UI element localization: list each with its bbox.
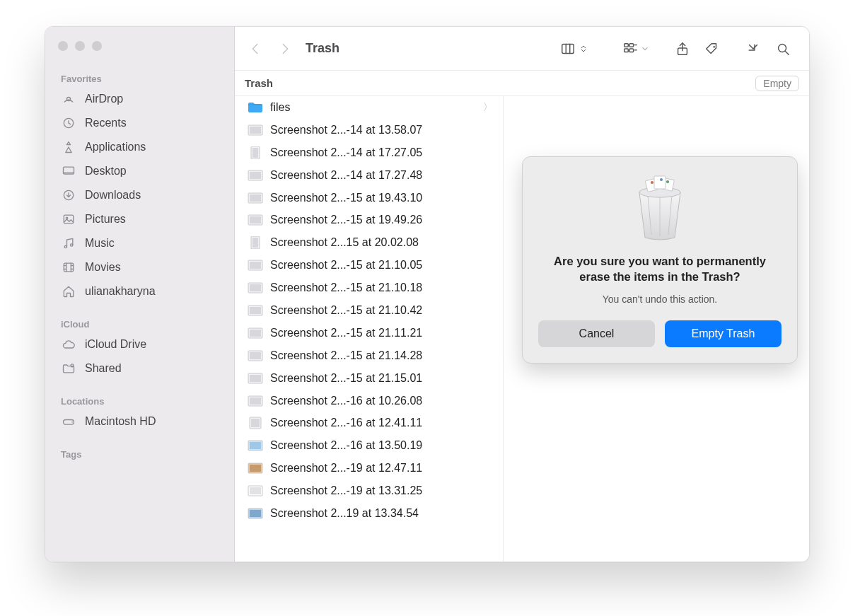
more-toolbar-button[interactable]: [738, 34, 768, 64]
sidebar-item-label: Music: [85, 237, 115, 250]
file-row[interactable]: Screenshot 2...-15 at 19.43.10: [235, 187, 503, 209]
sidebar-item-label: iCloud Drive: [85, 338, 146, 351]
airdrop-icon: [61, 91, 76, 107]
movie-icon: [61, 260, 76, 275]
file-row[interactable]: Screenshot 2...-19 at 12.47.11: [235, 457, 503, 480]
image-thumbnail-icon: [248, 507, 263, 520]
file-row[interactable]: Screenshot 2...-16 at 13.50.19: [235, 434, 503, 457]
file-name: Screenshot 2...-15 at 21.15.01: [270, 372, 494, 385]
sidebar-item-ulianakharyna[interactable]: ulianakharyna: [45, 279, 234, 303]
window-zoom-button[interactable]: [92, 41, 102, 51]
empty-trash-toolbar-button[interactable]: Empty: [755, 76, 799, 91]
sidebar-item-label: AirDrop: [85, 93, 123, 105]
file-name: Screenshot 2...-19 at 12.47.11: [270, 462, 494, 475]
svg-rect-61: [250, 442, 261, 449]
back-button[interactable]: [240, 34, 270, 64]
file-name: Screenshot 2...-15 at 21.11.21: [270, 327, 494, 339]
window-minimize-button[interactable]: [75, 41, 85, 51]
file-row[interactable]: Screenshot 2...-16 at 10.26.08: [235, 390, 503, 412]
file-row[interactable]: Screenshot 2...-16 at 12.41.11: [235, 412, 503, 434]
sidebar-item-pictures[interactable]: Pictures: [45, 207, 234, 231]
sidebar-item-movies[interactable]: Movies: [45, 255, 234, 279]
sidebar-item-label: Applications: [85, 141, 146, 153]
sidebar-item-recents[interactable]: Recents: [45, 111, 234, 135]
search-button[interactable]: [768, 34, 798, 64]
file-row[interactable]: files〉: [235, 96, 503, 119]
file-name: Screenshot 2...-15 at 19.43.10: [270, 192, 494, 204]
svg-rect-23: [629, 43, 634, 47]
file-row[interactable]: Screenshot 2...-15 at 21.14.28: [235, 344, 503, 367]
svg-point-75: [651, 181, 653, 184]
svg-rect-39: [250, 194, 261, 202]
file-name: Screenshot 2...15 at 20.02.08: [270, 236, 494, 249]
sidebar-item-airdrop[interactable]: AirDrop: [45, 87, 234, 111]
trash-full-icon: [538, 173, 781, 240]
file-name: Screenshot 2...-15 at 21.10.05: [270, 259, 494, 272]
forward-button[interactable]: [270, 34, 300, 64]
image-thumbnail-icon: [248, 484, 263, 497]
svg-rect-65: [250, 487, 261, 494]
image-thumbnail-icon: [248, 462, 263, 475]
svg-rect-22: [624, 43, 629, 47]
sidebar-item-downloads[interactable]: Downloads: [45, 183, 234, 207]
location-title: Trash: [245, 77, 273, 89]
file-name: Screenshot 2...-14 at 17.27.48: [270, 169, 494, 182]
file-name: Screenshot 2...19 at 13.34.54: [270, 507, 494, 520]
file-row[interactable]: Screenshot 2...-14 at 17.27.48: [235, 164, 503, 187]
dialog-heading: Are you sure you want to permanently era…: [538, 253, 781, 285]
file-name: Screenshot 2...-14 at 17.27.05: [270, 146, 494, 159]
file-row[interactable]: Screenshot 2...-15 at 21.10.42: [235, 299, 503, 322]
sharedfolder-icon: [61, 361, 76, 376]
dialog-cancel-button[interactable]: Cancel: [538, 320, 655, 347]
sidebar-item-label: Macintosh HD: [85, 415, 156, 428]
sidebar-item-shared[interactable]: Shared: [45, 356, 234, 380]
svg-rect-35: [252, 148, 258, 158]
image-thumbnail-icon: [248, 349, 263, 362]
file-row[interactable]: Screenshot 2...-15 at 21.10.05: [235, 254, 503, 277]
view-columns-button[interactable]: [556, 34, 593, 64]
sidebar-item-label: Desktop: [85, 165, 127, 178]
sidebar-section-header: Favorites: [45, 68, 234, 87]
file-row[interactable]: Screenshot 2...-15 at 21.10.18: [235, 277, 503, 299]
file-row[interactable]: Screenshot 2...15 at 20.02.08: [235, 231, 503, 254]
sidebar-item-music[interactable]: Music: [45, 231, 234, 255]
desktop-icon: [61, 163, 76, 179]
file-row[interactable]: Screenshot 2...-15 at 21.11.21: [235, 322, 503, 344]
file-name: Screenshot 2...-16 at 12.41.11: [270, 417, 494, 429]
window-close-button[interactable]: [58, 41, 68, 51]
file-row[interactable]: Screenshot 2...-15 at 21.15.01: [235, 367, 503, 390]
svg-rect-37: [250, 172, 261, 179]
image-thumbnail-icon: [248, 439, 263, 452]
file-list-column: files〉Screenshot 2...-14 at 13.58.07Scre…: [235, 96, 504, 562]
file-row[interactable]: Screenshot 2...-19 at 13.31.25: [235, 480, 503, 502]
svg-point-29: [713, 45, 715, 47]
file-row[interactable]: Screenshot 2...-15 at 19.49.26: [235, 209, 503, 231]
image-thumbnail-icon: [248, 395, 263, 407]
share-button[interactable]: [668, 34, 697, 64]
svg-rect-5: [64, 215, 73, 223]
svg-rect-43: [252, 238, 258, 248]
sidebar-item-applications[interactable]: Applications: [45, 135, 234, 159]
image-thumbnail-icon: [248, 214, 263, 226]
svg-point-8: [71, 244, 73, 246]
sidebar-item-label: Recents: [85, 117, 127, 129]
image-thumbnail-icon: [248, 417, 263, 429]
window-title: Trash: [306, 41, 339, 56]
image-thumbnail-icon: [248, 169, 263, 182]
chevron-right-icon: 〉: [483, 101, 494, 114]
svg-point-16: [71, 364, 74, 367]
group-by-button[interactable]: [618, 34, 653, 64]
toolbar: Trash: [235, 27, 809, 71]
file-row[interactable]: Screenshot 2...-14 at 17.27.05: [235, 141, 503, 164]
tags-button[interactable]: [697, 34, 727, 64]
dialog-confirm-button[interactable]: Empty Trash: [665, 320, 781, 347]
image-thumbnail-icon: [248, 304, 263, 317]
svg-rect-41: [250, 216, 261, 223]
file-row[interactable]: Screenshot 2...19 at 13.34.54: [235, 502, 503, 525]
file-row[interactable]: Screenshot 2...-14 at 13.58.07: [235, 119, 503, 141]
sidebar-item-icloud-drive[interactable]: iCloud Drive: [45, 332, 234, 356]
cloud-icon: [61, 337, 76, 352]
sidebar-item-desktop[interactable]: Desktop: [45, 159, 234, 183]
svg-point-77: [660, 178, 663, 181]
sidebar-item-macintosh-hd[interactable]: Macintosh HD: [45, 409, 234, 434]
